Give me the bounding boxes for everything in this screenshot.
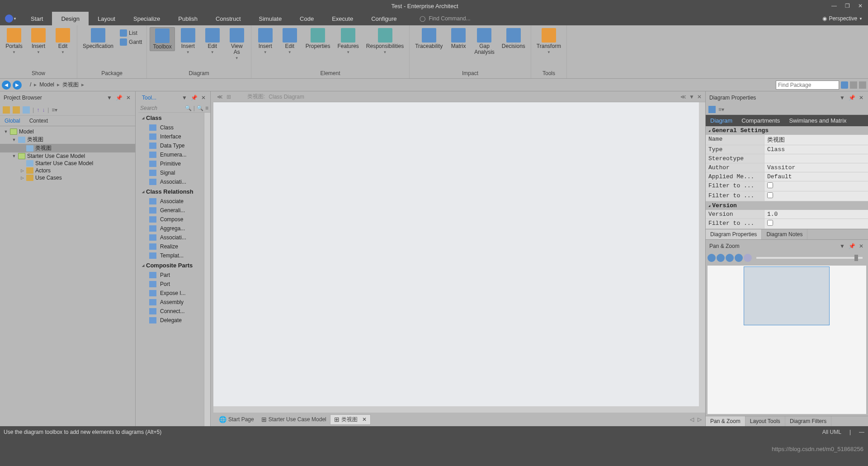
insert-element-button[interactable]: Insert▼ [254,27,277,55]
collapse-icon[interactable]: ≪ [217,94,223,100]
dropdown-icon[interactable]: ▼ [689,94,694,100]
zoom-slider[interactable] [756,257,863,259]
diagram-icon[interactable] [23,106,30,114]
zoom-out-icon[interactable] [717,254,725,262]
toolbox-item[interactable]: Primitive [138,159,204,168]
decisions-button[interactable]: Decisions [499,27,528,50]
canvas-tab[interactable]: ⊞Starter Use Case Model [258,415,330,424]
toolbox-search-input[interactable] [140,105,183,111]
menu-specialize[interactable]: Specialize [124,12,169,25]
bottom-tab[interactable]: Pan & Zoom [706,416,745,426]
tree-node[interactable]: Starter Use Case Model [0,160,135,167]
toolbox-item[interactable]: Enumera... [138,150,204,159]
nav-back-button[interactable]: ◀ [2,81,11,90]
zoom-out-icon[interactable]: — [859,429,864,435]
tree-node[interactable]: ▼Starter Use Case Model [0,152,135,160]
nav-fwd-button[interactable]: ▶ [13,81,22,90]
props-row[interactable]: Filter to ... [706,181,868,191]
dropdown-icon[interactable]: ▼ [106,95,113,101]
list-button[interactable]: List [118,29,144,37]
menu-configure[interactable]: Configure [362,12,406,25]
gap-analysis-button[interactable]: Gap Analysis [472,27,497,56]
up-icon[interactable]: ↑ [37,107,39,113]
viewas-button[interactable]: View As▼ [226,27,248,61]
checkbox[interactable] [767,220,773,226]
checkbox[interactable] [767,192,773,198]
toolbox-item[interactable]: Port [138,280,204,289]
pb-tab-context[interactable]: Context [25,116,52,126]
project-tree[interactable]: ▼Model▼类视图类视图▼Starter Use Case ModelStar… [0,126,135,426]
props-row[interactable]: Filter to ... [706,219,868,229]
menu-code[interactable]: Code [291,12,323,25]
toolbox-item[interactable]: Data Type [138,141,204,150]
menu-layout[interactable]: Layout [89,12,124,25]
save-icon[interactable] [708,106,716,113]
find-package-input[interactable] [776,81,839,90]
close-icon[interactable]: ✕ [125,95,132,101]
pin-icon[interactable]: 📌 [190,95,198,101]
pb-tab-global[interactable]: Global [0,116,25,126]
minimize-button[interactable]: — [831,3,837,9]
props-section-header[interactable]: Version [706,201,868,210]
breadcrumb-item[interactable]: Model [38,81,55,88]
matrix-button[interactable]: Matrix [447,27,470,50]
props-tab[interactable]: Compartments [737,115,784,126]
properties-grid[interactable]: General SettingsName类视图TypeClassStereoty… [706,126,868,229]
insert-package-button[interactable]: Insert▼ [27,27,50,55]
props-row[interactable]: Stereotype [706,154,868,163]
features-button[interactable]: Features▼ [335,27,361,55]
traceability-button[interactable]: Traceability [412,27,445,50]
props-row[interactable]: Applied Me...Default [706,172,868,181]
tree-node[interactable]: ▼Model [0,128,135,135]
toolbox-item[interactable]: Aggrega... [138,224,204,233]
edit-diagram-button[interactable]: Edit▼ [201,27,224,55]
toolbox-item[interactable]: Templat... [138,251,204,260]
close-icon[interactable]: ✕ [200,95,207,101]
toolbox-item[interactable]: Realize [138,242,204,251]
app-icon[interactable]: ▼ [0,12,22,25]
toolbox-category[interactable]: Class Relationsh [138,186,204,197]
toolbox-item[interactable]: Associate [138,197,204,206]
toolbox-item[interactable]: Associati... [138,177,204,186]
props-section-header[interactable]: General Settings [706,126,868,135]
menu-simulate[interactable]: Simulate [250,12,291,25]
find-command[interactable]: ◯ Find Command... [420,12,471,25]
toolbox-item[interactable]: Class [138,123,204,132]
insert-diagram-button[interactable]: Insert▼ [177,27,199,55]
close-tab-icon[interactable]: ✕ [362,416,367,423]
folder-icon[interactable] [13,106,20,114]
toolbox-item[interactable]: Associati... [138,233,204,242]
breadcrumb-item[interactable]: 类视图 [61,81,80,88]
layout-icon[interactable]: ⊞ [226,94,231,100]
toolbox-item[interactable]: Signal [138,168,204,177]
tree-node[interactable]: ▷Actors [0,167,135,174]
toolbox-item[interactable]: Compose [138,215,204,224]
close-button[interactable]: ✕ [858,3,863,9]
canvas-tab[interactable]: 🌐Start Page [215,415,258,424]
bottom-tab[interactable]: Diagram Filters [785,416,831,426]
collapse-right-icon[interactable]: ≪ [680,94,686,100]
canvas-tab[interactable]: ⊞类视图✕ [330,414,371,425]
perspective-button[interactable]: ◉ Perspective ▼ [822,12,868,25]
menu-icon[interactable]: ≡▾ [52,107,57,113]
tree-node[interactable]: ▷Use Cases [0,174,135,181]
maximize-button[interactable]: ❐ [845,3,850,9]
menu-publish[interactable]: Publish [169,12,207,25]
zoom-fit-icon[interactable] [726,254,734,262]
transform-button[interactable]: Transform▼ [534,27,564,55]
search-icon[interactable] [841,81,848,89]
toolbox-item[interactable]: Part [138,271,204,280]
search-icon[interactable]: 🔍 [197,105,203,111]
pin-icon[interactable]: 📌 [115,95,123,101]
toolbox-item[interactable]: Generali... [138,206,204,215]
zoom-in-icon[interactable] [708,254,716,262]
menu-construct[interactable]: Construct [207,12,250,25]
gantt-button[interactable]: Gantt [118,38,144,46]
close-icon[interactable]: ✕ [697,94,702,100]
props-tab[interactable]: Diagram [706,115,737,126]
toolbox-item[interactable]: Delegate [138,316,204,325]
props-row[interactable]: Version1.0 [706,210,868,219]
down-icon[interactable]: ↓ [42,107,45,113]
toolbox-list[interactable]: ClassClassInterfaceData TypeEnumera...Pr… [138,112,210,426]
bottom-tab[interactable]: Diagram Notes [762,229,807,239]
